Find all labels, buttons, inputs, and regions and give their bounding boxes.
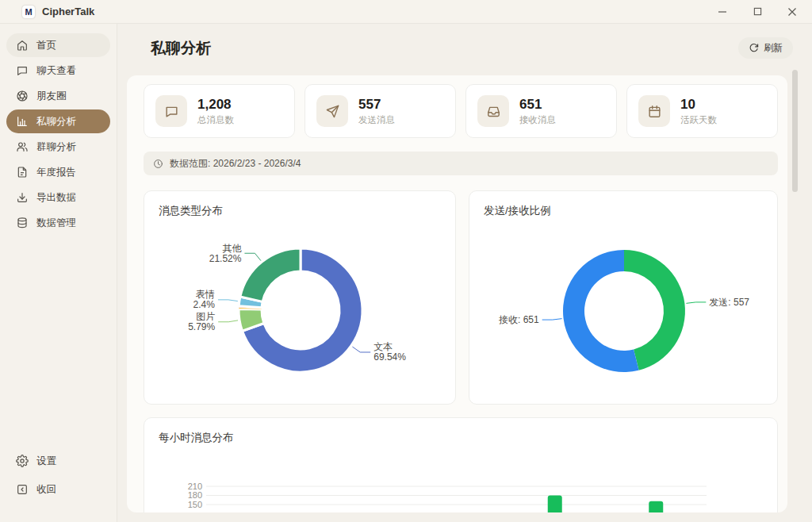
hourly-bar-chart: 210180150 bbox=[144, 418, 777, 512]
inbox-icon bbox=[477, 95, 509, 127]
users-icon bbox=[16, 140, 29, 153]
sidebar-item-export-data[interactable]: 导出数据 bbox=[6, 186, 110, 209]
download-icon bbox=[16, 191, 29, 204]
stat-value: 557 bbox=[358, 96, 395, 113]
window-controls bbox=[714, 3, 801, 21]
refresh-button[interactable]: 刷新 bbox=[738, 37, 793, 59]
charts-row: 消息类型分布 文本69.54%图片5.79%表情2.4%其他21.52% 发送/… bbox=[144, 190, 778, 405]
svg-text:接收: 651: 接收: 651 bbox=[499, 314, 539, 325]
content-panel: 1,208 总消息数 557 发送消息 651 接收消息 10 活跃天数 bbox=[127, 75, 787, 512]
sidebar-item-group-chat-analysis[interactable]: 群聊分析 bbox=[6, 135, 110, 159]
stat-value: 651 bbox=[519, 96, 556, 113]
stat-label: 发送消息 bbox=[358, 114, 395, 126]
sidebar-item-label: 首页 bbox=[36, 39, 56, 52]
sidebar: 首页 聊天查看 朋友圈 私聊分析 群聊分析 年度报告 导出数据 数据管理 设置 … bbox=[0, 24, 117, 522]
svg-text:文本69.54%: 文本69.54% bbox=[373, 341, 406, 363]
svg-text:180: 180 bbox=[188, 490, 202, 500]
stat-value: 1,208 bbox=[197, 96, 234, 113]
date-range-label: 数据范围: 2026/2/23 - 2026/3/4 bbox=[170, 157, 301, 171]
send-receive-donut-chart: 发送: 557接收: 651 bbox=[469, 191, 779, 405]
sidebar-item-label: 数据管理 bbox=[36, 217, 76, 230]
chart-title: 每小时消息分布 bbox=[159, 431, 234, 445]
message-icon bbox=[155, 95, 187, 127]
sidebar-footer: 设置 收回 bbox=[6, 449, 110, 512]
app-logo-icon: M bbox=[22, 6, 35, 18]
collapse-icon bbox=[16, 483, 29, 496]
date-range-bar: 数据范围: 2026/2/23 - 2026/3/4 bbox=[144, 152, 778, 175]
sidebar-item-label: 设置 bbox=[36, 455, 56, 468]
svg-text:150: 150 bbox=[188, 500, 202, 509]
chart-card-hourly-distribution: 每小时消息分布 210180150 bbox=[144, 417, 778, 512]
chat-icon bbox=[16, 64, 29, 77]
chart-card-send-receive-ratio: 发送/接收比例 发送: 557接收: 651 bbox=[469, 190, 778, 405]
refresh-icon bbox=[749, 43, 759, 53]
sidebar-item-moments[interactable]: 朋友圈 bbox=[6, 84, 110, 108]
stat-card-sent-messages: 557 发送消息 bbox=[304, 84, 456, 138]
sidebar-item-label: 私聊分析 bbox=[36, 115, 76, 129]
svg-text:210: 210 bbox=[188, 482, 202, 491]
stat-value: 10 bbox=[680, 96, 717, 113]
close-icon[interactable] bbox=[783, 3, 801, 21]
aperture-icon bbox=[16, 90, 29, 102]
minimize-icon[interactable] bbox=[714, 3, 731, 21]
sidebar-item-private-chat-analysis[interactable]: 私聊分析 bbox=[6, 109, 110, 133]
svg-text:其他21.52%: 其他21.52% bbox=[209, 243, 243, 264]
stat-label: 总消息数 bbox=[197, 114, 234, 126]
message-type-donut-chart: 文本69.54%图片5.79%表情2.4%其他21.52% bbox=[144, 191, 457, 405]
svg-text:表情2.4%: 表情2.4% bbox=[193, 289, 216, 310]
stat-card-received-messages: 651 接收消息 bbox=[465, 84, 617, 138]
app-brand: M CipherTalk bbox=[22, 6, 94, 18]
vertical-scrollbar-thumb[interactable] bbox=[792, 70, 798, 192]
sidebar-item-data-management[interactable]: 数据管理 bbox=[6, 211, 110, 235]
sidebar-item-home[interactable]: 首页 bbox=[6, 33, 110, 57]
sidebar-item-annual-report[interactable]: 年度报告 bbox=[6, 160, 110, 184]
titlebar: M CipherTalk bbox=[0, 0, 812, 24]
send-icon bbox=[316, 95, 348, 127]
sidebar-item-label: 朋友圈 bbox=[36, 90, 67, 103]
chart-card-message-types: 消息类型分布 文本69.54%图片5.79%表情2.4%其他21.52% bbox=[144, 190, 456, 405]
home-icon bbox=[16, 39, 29, 52]
sidebar-item-chat-view[interactable]: 聊天查看 bbox=[6, 59, 110, 83]
svg-text:图片5.79%: 图片5.79% bbox=[188, 311, 215, 332]
stat-card-total-messages: 1,208 总消息数 bbox=[144, 84, 295, 138]
stats-row: 1,208 总消息数 557 发送消息 651 接收消息 10 活跃天数 bbox=[144, 84, 778, 138]
maximize-icon[interactable] bbox=[749, 3, 766, 21]
stat-card-active-days: 10 活跃天数 bbox=[626, 84, 778, 138]
bar-chart-icon bbox=[16, 115, 29, 128]
sidebar-item-collapse[interactable]: 收回 bbox=[6, 478, 110, 501]
sidebar-item-label: 聊天查看 bbox=[36, 64, 76, 78]
gear-icon bbox=[16, 455, 29, 467]
sidebar-item-label: 导出数据 bbox=[36, 191, 76, 205]
refresh-button-label: 刷新 bbox=[764, 41, 783, 55]
svg-text:发送: 557: 发送: 557 bbox=[709, 297, 749, 308]
sidebar-item-settings[interactable]: 设置 bbox=[6, 449, 110, 473]
database-icon bbox=[16, 217, 29, 229]
app-title: CipherTalk bbox=[42, 6, 94, 17]
sidebar-item-label: 年度报告 bbox=[36, 166, 76, 179]
sidebar-item-label: 群聊分析 bbox=[36, 140, 76, 154]
calendar-icon bbox=[638, 95, 670, 127]
clock-icon bbox=[153, 159, 163, 169]
stat-label: 活跃天数 bbox=[680, 114, 717, 126]
sidebar-item-label: 收回 bbox=[36, 483, 56, 497]
page-title: 私聊分析 bbox=[151, 38, 211, 59]
stat-label: 接收消息 bbox=[519, 114, 556, 126]
report-icon bbox=[16, 166, 29, 178]
